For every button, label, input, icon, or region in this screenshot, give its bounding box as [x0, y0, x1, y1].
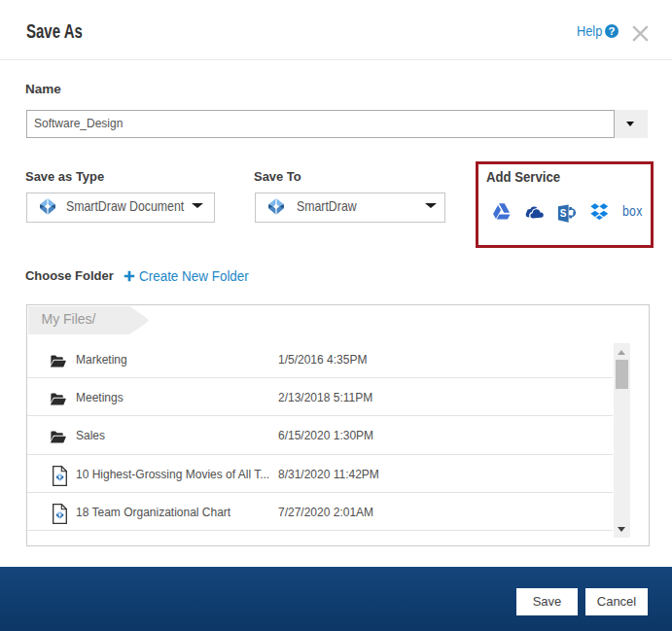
svg-text:?: ? — [608, 25, 615, 37]
svg-text:S: S — [560, 207, 567, 218]
